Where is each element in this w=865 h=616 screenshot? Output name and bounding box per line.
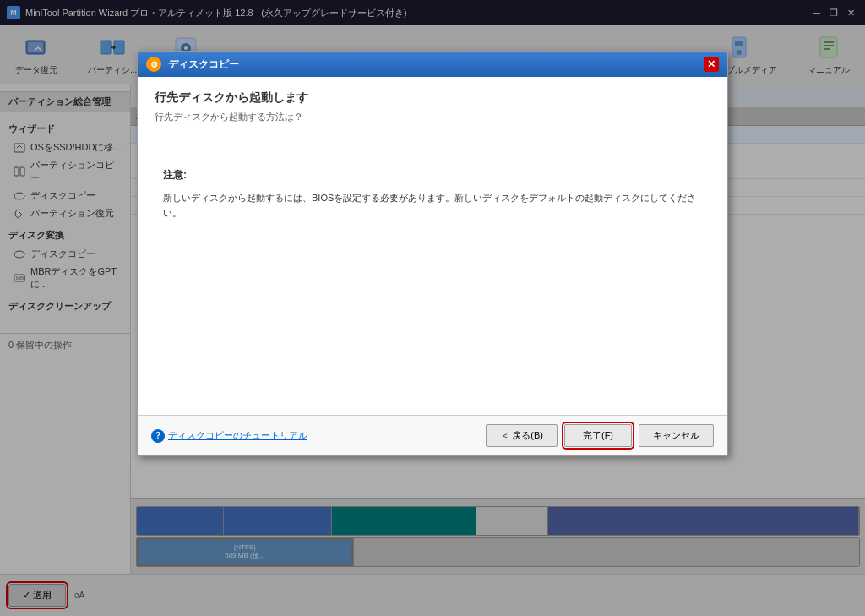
dialog-overlay: ⚙ ディスクコピー ✕ 行先ディスクから起動します 行先ディスクから起動する方法…	[0, 0, 865, 616]
help-link[interactable]: ディスクコピーのチュートリアル	[168, 429, 307, 442]
dialog-close-button[interactable]: ✕	[704, 57, 719, 72]
dialog-title-left: ⚙ ディスクコピー	[146, 57, 239, 72]
dialog-heading: 行先ディスクから起動します	[155, 90, 710, 106]
dialog-footer-left: ? ディスクコピーのチュートリアル	[151, 429, 307, 443]
dialog-content: 注意: 新しいディスクから起動するには、BIOSを設定する必要があります。新しい…	[155, 151, 710, 237]
dialog-footer: ? ディスクコピーのチュートリアル ＜ 戻る(B) 完了(F) キャンセル	[138, 415, 727, 455]
disk-copy-dialog: ⚙ ディスクコピー ✕ 行先ディスクから起動します 行先ディスクから起動する方法…	[137, 51, 728, 456]
dialog-titlebar: ⚙ ディスクコピー ✕	[138, 52, 727, 77]
dialog-subheading: 行先ディスクから起動する方法は？	[155, 111, 710, 123]
dialog-body: 行先ディスクから起動します 行先ディスクから起動する方法は？ 注意: 新しいディ…	[138, 77, 727, 415]
finish-button[interactable]: 完了(F)	[564, 424, 632, 447]
dialog-title-text: ディスクコピー	[168, 57, 239, 72]
dialog-footer-right: ＜ 戻る(B) 完了(F) キャンセル	[486, 424, 714, 447]
cancel-button[interactable]: キャンセル	[639, 424, 714, 447]
dialog-note-text: 新しいディスクから起動するには、BIOSを設定する必要があります。新しいディスク…	[163, 191, 702, 221]
help-icon: ?	[151, 429, 165, 443]
back-button[interactable]: ＜ 戻る(B)	[486, 424, 558, 447]
dialog-title-icon: ⚙	[146, 57, 161, 72]
dialog-note-title: 注意:	[163, 168, 702, 183]
dialog-divider	[155, 134, 710, 134]
